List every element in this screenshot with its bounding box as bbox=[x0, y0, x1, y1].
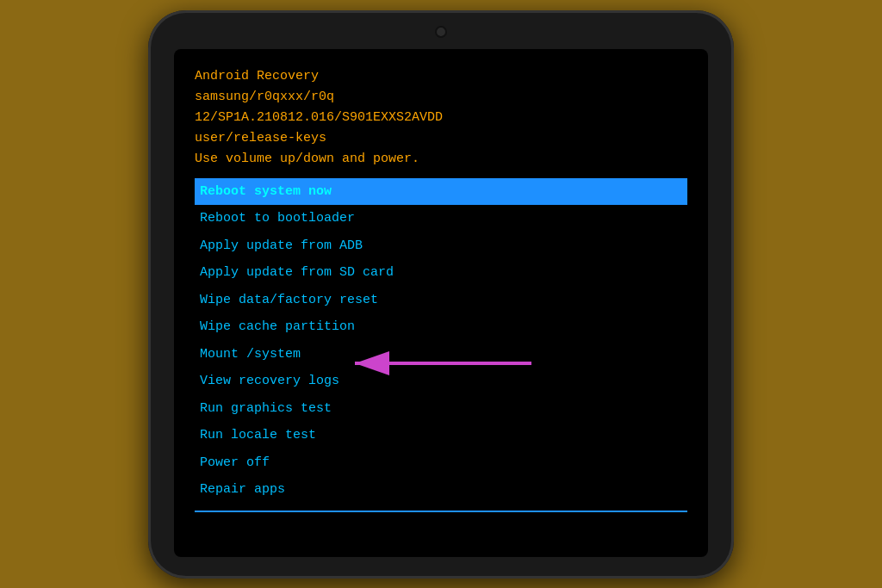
phone-screen: Android Recovery samsung/r0qxxx/r0q 12/S… bbox=[174, 49, 708, 557]
menu-item-5[interactable]: Wipe cache partition bbox=[195, 313, 687, 341]
menu-item-2[interactable]: Apply update from ADB bbox=[195, 232, 687, 260]
header-line4: user/release-keys bbox=[195, 128, 687, 149]
recovery-header: Android Recovery samsung/r0qxxx/r0q 12/S… bbox=[195, 66, 687, 170]
menu-item-1[interactable]: Reboot to bootloader bbox=[195, 205, 687, 232]
menu-item-0[interactable]: Reboot system now bbox=[195, 178, 687, 206]
menu-item-3[interactable]: Apply update from SD card bbox=[195, 259, 687, 287]
recovery-menu: Reboot system nowReboot to bootloaderApp… bbox=[195, 178, 687, 504]
menu-item-10[interactable]: Power off bbox=[195, 449, 687, 477]
menu-item-11[interactable]: Repair apps bbox=[195, 476, 687, 504]
header-line5: Use volume up/down and power. bbox=[195, 149, 687, 170]
bottom-divider bbox=[195, 511, 687, 512]
header-line1: Android Recovery bbox=[195, 66, 687, 87]
arrow-icon bbox=[346, 342, 536, 385]
phone-camera bbox=[435, 26, 447, 38]
header-line3: 12/SP1A.210812.016/S901EXXS2AVDD bbox=[195, 108, 687, 128]
header-line2: samsung/r0qxxx/r0q bbox=[195, 87, 687, 108]
menu-item-8[interactable]: Run graphics test bbox=[195, 395, 687, 423]
arrow-annotation bbox=[346, 342, 536, 385]
menu-item-9[interactable]: Run locale test bbox=[195, 422, 687, 449]
menu-item-4[interactable]: Wipe data/factory reset bbox=[195, 287, 687, 314]
phone-device: Android Recovery samsung/r0qxxx/r0q 12/S… bbox=[148, 10, 734, 579]
